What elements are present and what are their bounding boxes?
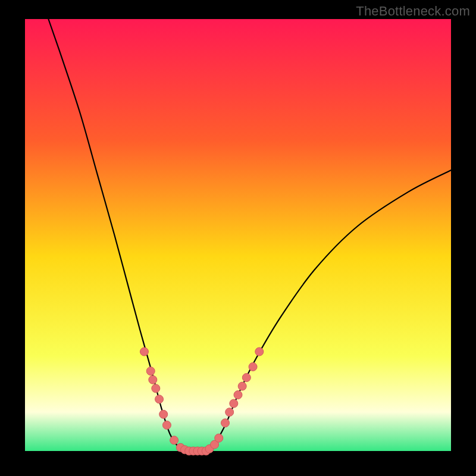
data-marker <box>146 367 155 375</box>
data-marker <box>221 419 230 427</box>
data-marker <box>152 384 160 393</box>
data-marker <box>149 375 157 384</box>
data-marker <box>159 410 168 418</box>
data-marker <box>249 362 257 371</box>
data-marker <box>255 347 264 356</box>
data-marker <box>215 434 223 442</box>
data-marker <box>226 408 234 416</box>
data-marker <box>238 382 246 390</box>
data-marker <box>140 347 148 356</box>
data-marker <box>234 391 242 399</box>
chart-frame: { "watermark": "TheBottleneck.com", "col… <box>0 0 476 476</box>
data-marker <box>162 421 171 429</box>
data-marker <box>155 395 164 403</box>
data-marker <box>242 374 250 382</box>
data-marker <box>170 436 178 444</box>
bottleneck-chart <box>0 0 476 476</box>
watermark-text: TheBottleneck.com <box>356 4 470 19</box>
data-marker <box>230 399 238 408</box>
